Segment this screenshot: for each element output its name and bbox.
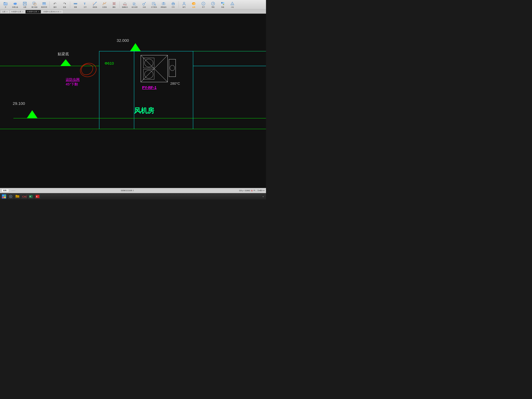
help-label: 帮助 [212, 6, 215, 8]
redo-button[interactable]: 恢复 [60, 0, 69, 9]
svg-rect-71 [221, 4, 222, 5]
layout-tab-label: 布局 1 [3, 190, 7, 191]
dimsettings-button[interactable]: A B 标注设置 [130, 0, 139, 9]
system-tray: ▲ [262, 196, 265, 197]
text-button[interactable]: T 文字 [80, 0, 90, 9]
fullview-label: 全图 [23, 6, 26, 8]
svg-rect-104 [4, 196, 6, 198]
tab-3[interactable]: N-玫型F1公里 ✕ [25, 10, 41, 13]
cloud-label: 快看云盘 [12, 6, 18, 8]
undo-label: 撤消 [53, 6, 57, 8]
about-button[interactable]: i 关于 [199, 0, 208, 9]
phi610-text: Φ610 [105, 61, 114, 65]
polyline-label: 任意线 [102, 6, 107, 8]
layers-label: 图层管理 [41, 6, 47, 8]
elevation-top-text: 32.000 [117, 38, 129, 43]
tab-4-label: J-玫型F1公里2021.9.15 [43, 11, 59, 13]
tab-1-close[interactable]: ✕ [6, 11, 8, 13]
dimsettings-icon: A B [132, 1, 137, 6]
hidedim-button[interactable]: 100 隐藏标注 [120, 0, 130, 9]
tab-3-label: N-玫型F1公里 [27, 11, 37, 13]
xiaozhan-label: 小站 [231, 6, 234, 8]
line-label: 画直线 [93, 6, 97, 8]
undo-button[interactable]: 撤消 [50, 0, 60, 9]
xiaozhan-button[interactable]: K 小站 [228, 0, 237, 9]
measure-icon [73, 1, 78, 6]
scale-button[interactable]: 比例 [139, 0, 149, 9]
cloud-button[interactable]: 快看云盘 [10, 0, 20, 9]
status-bar: 布局 1 当前标注主比例: 1 319 y = 319902 S 中·。◎♦ 圖… [0, 188, 266, 193]
right-status-text: S [251, 190, 253, 192]
temp-text: 280°C [170, 82, 180, 86]
tab-2-close[interactable]: ✕ [22, 11, 24, 13]
fold-text: 45°下翻 [66, 82, 78, 86]
start-button[interactable] [1, 194, 7, 199]
autocad-button[interactable]: A [35, 194, 40, 199]
svg-text:A: A [133, 3, 134, 5]
svg-rect-69 [221, 2, 222, 3]
account-label: 账号 [183, 6, 186, 8]
fullview-button[interactable]: 全图 [20, 0, 30, 9]
tab-2[interactable]: N-玫型F1公里 ✕ [10, 10, 25, 13]
svg-rect-1 [4, 2, 5, 3]
scale-icon [142, 1, 147, 6]
layers-button[interactable]: 图层管理 [39, 0, 49, 9]
cad-canvas-area[interactable]: 32.000 贴梁底 Φ610 设防虫网 45°下翻 29.100 [0, 14, 266, 188]
open-button[interactable]: 开 [1, 0, 10, 9]
layout-tab[interactable]: 布局 1 [2, 189, 9, 192]
dimsettings-label: 标注设置 [132, 6, 138, 8]
svg-point-29 [96, 2, 97, 3]
svg-rect-2 [4, 3, 7, 5]
style-button[interactable]: 风格 [218, 0, 227, 9]
redo-label: 恢复 [63, 6, 66, 8]
vip-button[interactable]: VIP 会员 [189, 0, 198, 9]
polyline-button[interactable]: 任意线 [100, 0, 109, 9]
svg-text:?: ? [213, 3, 214, 5]
cad-app-button[interactable]: CAD [21, 194, 27, 199]
tray-time: ▲ [262, 196, 264, 197]
tab-4[interactable]: J-玫型F1公里2021.9.15 ✕ [41, 10, 63, 13]
trim-icon [112, 1, 116, 6]
print-button[interactable]: 打印 [169, 0, 178, 9]
status-icons-text: 中·。◎♦ 圖 ≡ ♦ [253, 190, 264, 192]
svg-rect-70 [223, 2, 224, 3]
line-icon [92, 1, 97, 6]
svg-text:T: T [84, 2, 86, 6]
sep2 [70, 1, 70, 8]
status-right: 319 y = 319902 S 中·。◎♦ 圖 ≡ ♦ [239, 190, 264, 192]
elevation-bottom-text: 29.100 [13, 101, 25, 106]
taskbar: CAD X A ▲ [0, 193, 266, 200]
textcheck-button[interactable]: 文字查找 [149, 0, 158, 9]
svg-rect-7 [24, 2, 26, 4]
line-button[interactable]: 画直线 [90, 0, 100, 9]
explorer-button[interactable] [14, 194, 20, 199]
text-icon: T [83, 1, 88, 6]
help-button[interactable]: ? 帮助 [208, 0, 218, 9]
svg-text:K: K [232, 3, 233, 5]
measure-button[interactable]: 测量 [71, 0, 80, 9]
svg-point-5 [15, 3, 17, 4]
svg-rect-102 [4, 195, 6, 196]
screenshot-button[interactable]: 屏幕旋转 [159, 0, 168, 9]
account-button[interactable]: 账号 [179, 0, 189, 9]
winzoom-button[interactable]: 窗口缩放 [30, 0, 39, 9]
pointer-button[interactable] [8, 194, 14, 199]
tab-1[interactable]: 公里 ✕ [0, 10, 9, 13]
trim-button[interactable]: 删除 [109, 0, 119, 9]
hidedim-label: 隐藏标注 [122, 6, 128, 8]
open-label: 开 [5, 6, 6, 8]
svg-rect-103 [2, 196, 4, 198]
tab-4-close[interactable]: ✕ [60, 11, 61, 13]
svg-line-53 [156, 5, 156, 6]
winzoom-label: 窗口缩放 [32, 6, 38, 8]
svg-rect-14 [34, 3, 35, 4]
excel-button[interactable]: X [28, 194, 34, 199]
vip-icon: VIP [191, 1, 196, 6]
tab-3-close[interactable]: ✕ [38, 11, 39, 13]
toolbar: 开 快看云盘 全图 [0, 0, 266, 9]
vip-label: 会员 [192, 6, 195, 8]
account-icon [182, 1, 186, 6]
svg-point-4 [13, 3, 15, 4]
style-label: 风格 [221, 6, 224, 8]
svg-rect-16 [43, 3, 46, 4]
